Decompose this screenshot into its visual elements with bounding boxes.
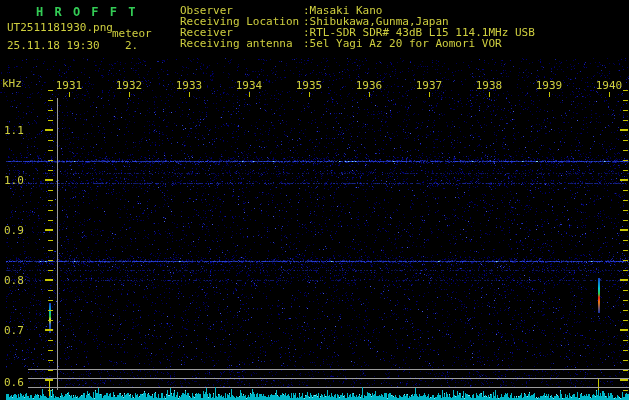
frequency-tick-label: 1.1 (4, 125, 24, 136)
frequency-tick-label: 0.6 (4, 377, 24, 388)
time-tick-label: 1933 (173, 80, 205, 91)
frequency-tick-label: 0.9 (4, 225, 24, 236)
time-tick-label: 1939 (533, 80, 565, 91)
time-tick-label: 1937 (413, 80, 445, 91)
hrofft-window: H R O F F T UT2511181930.png meteor 25.1… (0, 0, 629, 400)
frequency-tick-label: 0.8 (4, 275, 24, 286)
frame-counter: 2. (125, 40, 138, 51)
time-tick-label: 1936 (353, 80, 385, 91)
spectrogram-canvas (0, 0, 629, 400)
frequency-tick-label: 0.7 (4, 325, 24, 336)
header-field-label: Receiving antenna (180, 38, 293, 49)
datetime: 25.11.18 19:30 (7, 40, 100, 51)
time-tick-label: 1932 (113, 80, 145, 91)
time-tick-label: 1935 (293, 80, 325, 91)
time-tick-label: 1938 (473, 80, 505, 91)
time-tick-label: 1931 (53, 80, 85, 91)
filename: UT2511181930.png (7, 22, 113, 33)
station-label: meteor (112, 28, 152, 39)
time-tick-label: 1934 (233, 80, 265, 91)
khz-axis-label: kHz (2, 78, 22, 89)
frequency-tick-label: 1.0 (4, 175, 24, 186)
header-field-value: :5el Yagi Az 20 for Aomori VOR (303, 38, 502, 49)
time-tick-label: 1940 (593, 80, 625, 91)
app-title: H R O F F T (36, 6, 137, 18)
